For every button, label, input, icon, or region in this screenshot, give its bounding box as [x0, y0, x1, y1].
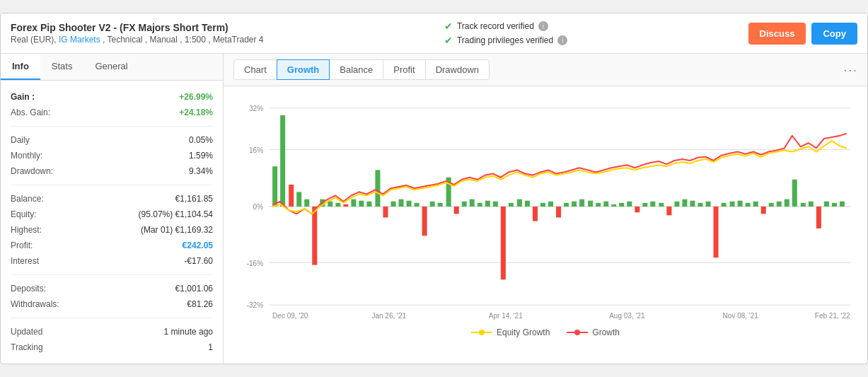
- svg-rect-41: [470, 199, 475, 207]
- svg-rect-73: [722, 203, 727, 207]
- tab-general[interactable]: General: [83, 54, 139, 80]
- main-content: Info Stats General Gain : +26.99% Abs. G…: [1, 54, 867, 364]
- monthly-row: Monthly: 1.59%: [11, 148, 213, 163]
- svg-rect-43: [485, 201, 490, 207]
- chart-tab-drawdown[interactable]: Drawdown: [425, 59, 490, 80]
- svg-rect-69: [690, 201, 695, 207]
- svg-rect-81: [785, 199, 789, 207]
- svg-rect-37: [438, 203, 443, 207]
- chart-tab-chart[interactable]: Chart: [233, 59, 277, 80]
- chart-tab-balance[interactable]: Balance: [329, 59, 383, 80]
- header: Forex Pip Shooter V2 - (FX Majors Short …: [1, 13, 867, 54]
- svg-text:Jan 26, '21: Jan 26, '21: [371, 312, 406, 320]
- svg-text:0%: 0%: [253, 203, 263, 211]
- tab-stats[interactable]: Stats: [40, 54, 84, 80]
- gain-label: Gain :: [11, 92, 35, 102]
- ig-markets-link[interactable]: IG Markets: [59, 35, 100, 45]
- svg-text:Apr 14, '21: Apr 14, '21: [489, 312, 523, 320]
- chart-tab-growth[interactable]: Growth: [277, 59, 330, 80]
- svg-rect-63: [642, 203, 647, 207]
- svg-rect-51: [548, 202, 553, 207]
- updated-row: Updated 1 minute ago: [11, 324, 213, 340]
- svg-rect-49: [533, 207, 538, 221]
- svg-rect-32: [399, 199, 404, 207]
- svg-rect-70: [698, 203, 702, 207]
- page-title: Forex Pip Shooter V2 - (FX Majors Short …: [11, 22, 264, 33]
- verified-2-text: Trading privileges verified: [457, 35, 553, 45]
- equity-growth-label: Equity Growth: [497, 327, 550, 337]
- divider-1: [11, 126, 213, 127]
- verified-1-text: Track record verified: [457, 21, 534, 31]
- gain-value: +26.99%: [179, 92, 213, 102]
- svg-rect-25: [343, 204, 348, 207]
- svg-rect-61: [627, 202, 632, 207]
- tracking-label: Tracking: [11, 342, 43, 352]
- svg-text:-16%: -16%: [247, 259, 263, 267]
- left-tabs: Info Stats General: [1, 54, 223, 81]
- copy-button[interactable]: Copy: [811, 23, 857, 45]
- gain-row: Gain : +26.99%: [11, 89, 213, 105]
- svg-rect-39: [454, 207, 459, 214]
- svg-rect-20: [304, 199, 309, 207]
- more-options-icon[interactable]: ···: [843, 62, 857, 78]
- info-icon-2[interactable]: i: [557, 35, 567, 45]
- withdrawals-value: €81.26: [187, 299, 213, 309]
- withdrawals-label: Withdrawals:: [11, 299, 59, 309]
- svg-rect-50: [540, 203, 545, 207]
- svg-text:32%: 32%: [249, 105, 263, 112]
- svg-text:Nov 08, '21: Nov 08, '21: [723, 312, 759, 320]
- subtitle-prefix: Real (EUR),: [11, 35, 59, 45]
- balance-value: €1,161.85: [175, 194, 213, 204]
- svg-rect-56: [588, 201, 593, 207]
- info-icon-1[interactable]: i: [538, 21, 548, 31]
- discuss-button[interactable]: Discuss: [748, 23, 806, 45]
- growth-label: Growth: [592, 327, 620, 337]
- subtitle: Real (EUR), IG Markets , Technical , Man…: [11, 35, 264, 45]
- tracking-value: 1: [208, 342, 213, 352]
- svg-text:16%: 16%: [249, 146, 263, 153]
- chart-area: 32% 16% 0% -16% -32% Dec 09, '20 Jan 26,…: [224, 86, 867, 341]
- legend-growth: Growth: [567, 327, 620, 337]
- svg-rect-74: [730, 202, 735, 207]
- svg-rect-67: [674, 202, 679, 207]
- svg-rect-36: [430, 202, 435, 207]
- right-panel: Chart Growth Balance Profit Drawdown ···: [224, 54, 867, 364]
- svg-rect-16: [272, 166, 277, 207]
- svg-rect-66: [666, 207, 671, 215]
- svg-rect-62: [635, 207, 640, 212]
- deposits-value: €1,001.06: [175, 284, 213, 294]
- equity-row: Equity: (95.07%) €1,104.54: [11, 207, 213, 222]
- tab-info[interactable]: Info: [1, 54, 40, 80]
- svg-rect-23: [328, 202, 332, 207]
- svg-rect-57: [596, 203, 601, 207]
- svg-text:Aug 03, '21: Aug 03, '21: [609, 312, 645, 320]
- chart-tabs-bar: Chart Growth Balance Profit Drawdown ···: [224, 54, 867, 86]
- updated-value: 1 minute ago: [164, 327, 213, 337]
- svg-rect-19: [296, 192, 301, 207]
- svg-rect-52: [556, 207, 561, 217]
- svg-rect-87: [832, 203, 837, 207]
- abs-gain-label: Abs. Gain:: [11, 108, 50, 117]
- svg-rect-85: [816, 207, 821, 228]
- chart-tab-group: Chart Growth Balance Profit Drawdown: [233, 59, 489, 80]
- svg-text:-32%: -32%: [247, 301, 263, 309]
- drawdown-value: 9.34%: [189, 166, 213, 176]
- tracking-row: Tracking 1: [11, 340, 213, 355]
- svg-rect-78: [761, 207, 766, 214]
- svg-rect-58: [603, 202, 608, 207]
- svg-text:Dec 09, '20: Dec 09, '20: [272, 312, 308, 320]
- chart-tab-profit[interactable]: Profit: [383, 59, 425, 80]
- divider-3: [11, 274, 213, 275]
- trading-privileges-verified: ✔ Trading privileges verified i: [444, 35, 567, 46]
- svg-rect-48: [525, 201, 530, 207]
- legend-equity-growth: Equity Growth: [471, 327, 550, 337]
- svg-rect-86: [824, 202, 829, 207]
- svg-rect-17: [280, 115, 285, 207]
- profit-row: Profit: €242.05: [11, 238, 213, 253]
- svg-rect-82: [792, 180, 797, 207]
- daily-label: Daily: [11, 135, 30, 145]
- track-record-verified: ✔ Track record verified i: [444, 21, 567, 32]
- svg-rect-35: [422, 207, 427, 236]
- daily-value: 0.05%: [189, 135, 213, 145]
- svg-rect-68: [682, 199, 687, 207]
